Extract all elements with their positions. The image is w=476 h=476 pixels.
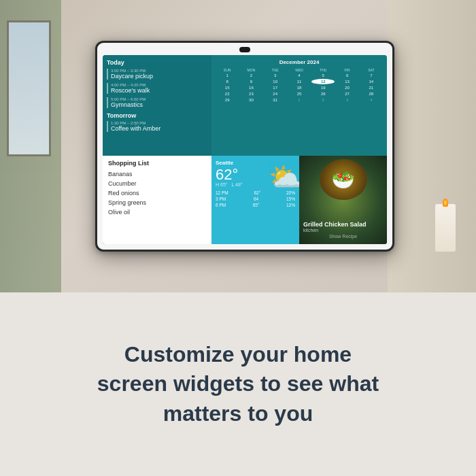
recipe-plate-icon: 🥗	[320, 159, 367, 200]
agenda-event-1: 4:00 PM – 4:20 PM Roscoe's walk	[107, 83, 207, 94]
cal-day: 23	[239, 91, 262, 97]
agenda-event-3: 1:30 PM – 2:50 PM Coffee with Amber	[107, 121, 207, 132]
shopping-widget: Shopping List Bananas Cucumber Red onion…	[103, 156, 211, 244]
screen-grid: Today 3:00 PM – 3:30 PM Daycare pickup 4…	[103, 55, 387, 244]
cloud-icon: ⛅	[269, 161, 299, 193]
agenda-event-0: 3:00 PM – 3:30 PM Daycare pickup	[107, 69, 207, 80]
calendar-widget: December 2024 SUN MON TUE WED THU FRI SA…	[211, 55, 387, 156]
cal-day: 31	[264, 97, 287, 103]
shopping-item-3: Spring greens	[108, 198, 206, 207]
event-0-title: Daycare pickup	[111, 73, 207, 80]
tagline-line2: screen widgets to see what	[97, 371, 379, 396]
cal-day: 20	[335, 85, 358, 90]
forecast-row-1: 3 PM 64 15%	[216, 196, 295, 202]
forecast-precip-1: 15%	[286, 197, 295, 201]
device-camera	[239, 47, 250, 52]
event-3-title: Coffee with Amber	[111, 125, 207, 132]
cal-day-next: 1	[288, 97, 311, 103]
cal-day: 19	[311, 85, 335, 90]
cal-day: 4	[288, 73, 311, 78]
candle-decor	[435, 204, 456, 252]
agenda-event-2: 5:00 PM – 6:00 PM Gymnastics	[107, 97, 207, 108]
top-section: Today 3:00 PM – 3:30 PM Daycare pickup 4…	[0, 0, 476, 292]
cal-header-wed: WED	[288, 68, 311, 72]
cal-day: 5	[311, 73, 335, 78]
recipe-widget: 🥗 Grilled Chicken Salad kitchen Show Rec…	[299, 156, 387, 244]
cal-day: 24	[264, 91, 287, 97]
forecast-temp-2: 65°	[253, 203, 260, 207]
agenda-tomorrow-label: Tomorrow	[107, 112, 207, 119]
bottom-section: Customize your home screen widgets to se…	[0, 292, 476, 476]
cal-day: 28	[360, 91, 383, 97]
cal-day-next: 4	[360, 97, 383, 103]
cal-day: 26	[311, 91, 335, 97]
tagline: Customize your home screen widgets to se…	[97, 340, 379, 428]
forecast-temp-0: 62°	[254, 190, 260, 195]
cal-day-next: 2	[311, 97, 335, 103]
cal-day: 18	[288, 85, 311, 90]
cal-day: 16	[239, 85, 262, 90]
cal-day-today: 12	[311, 79, 335, 84]
calendar-grid: SUN MON TUE WED THU FRI SAT 1 2 3 4 5 6	[216, 68, 383, 103]
cal-day: 3	[264, 73, 287, 78]
recipe-name: Grilled Chicken Salad	[303, 221, 383, 228]
cal-day: 22	[216, 91, 239, 97]
cal-day: 14	[360, 79, 383, 84]
cal-day: 9	[239, 79, 262, 84]
recipe-source: kitchen	[303, 228, 383, 233]
cal-day: 6	[335, 73, 358, 78]
bottom-right-widgets: Seattle ⛅ 62° H 65° L 48° 12 PM 62°	[211, 156, 387, 244]
cal-day-next: 3	[335, 97, 358, 103]
agenda-today-label: Today	[107, 59, 207, 66]
weather-high: H 65°	[216, 182, 228, 187]
weather-low: L 48°	[231, 182, 242, 187]
recipe-cta[interactable]: Show Recipe	[303, 234, 383, 239]
forecast-time-1: 3 PM	[216, 197, 226, 201]
tagline-line3: matters to you	[163, 401, 313, 426]
weather-widget: Seattle ⛅ 62° H 65° L 48° 12 PM 62°	[211, 156, 299, 244]
cal-day: 21	[360, 85, 383, 90]
shopping-item-4: Olive oil	[108, 207, 206, 217]
cal-day: 25	[288, 91, 311, 97]
cal-header-sun: SUN	[216, 68, 239, 72]
forecast-temp-1: 64	[254, 197, 258, 201]
shopping-item-2: Red onions	[108, 188, 206, 198]
cal-header-tue: TUE	[264, 68, 287, 72]
cal-day: 8	[216, 79, 239, 84]
forecast-row-2: 6 PM 65° 12%	[216, 202, 295, 208]
device-screen: Today 3:00 PM – 3:30 PM Daycare pickup 4…	[103, 55, 387, 244]
cal-day: 7	[360, 73, 383, 78]
cal-header-mon: MON	[239, 68, 262, 72]
cal-header-sat: SAT	[360, 68, 383, 72]
cal-header-thu: THU	[311, 68, 335, 72]
cal-day: 17	[264, 85, 287, 90]
cal-day: 13	[335, 79, 358, 84]
forecast-precip-2: 12%	[286, 203, 295, 207]
shopping-title: Shopping List	[108, 160, 206, 167]
candle-flame	[443, 199, 448, 207]
cal-day: 27	[335, 91, 358, 97]
forecast-time-2: 6 PM	[216, 203, 226, 207]
room-right-wall	[388, 0, 476, 292]
window-frame	[7, 20, 51, 156]
event-1-title: Roscoe's walk	[111, 87, 207, 94]
cal-header-fri: FRI	[335, 68, 358, 72]
cal-day: 30	[239, 97, 262, 103]
shopping-item-0: Bananas	[108, 169, 206, 179]
echo-show-device: Today 3:00 PM – 3:30 PM Daycare pickup 4…	[95, 41, 394, 252]
cal-day: 2	[239, 73, 262, 78]
cal-day: 1	[216, 73, 239, 78]
tagline-line1: Customize your home	[124, 342, 352, 367]
cal-day: 29	[216, 97, 239, 103]
room-left-wall	[0, 0, 61, 292]
calendar-title: December 2024	[216, 59, 383, 65]
recipe-info: Grilled Chicken Salad kitchen Show Recip…	[303, 221, 383, 239]
forecast-time-0: 12 PM	[216, 190, 228, 195]
event-2-title: Gymnastics	[111, 101, 207, 108]
cal-day: 11	[288, 79, 311, 84]
cal-day: 10	[264, 79, 287, 84]
agenda-widget: Today 3:00 PM – 3:30 PM Daycare pickup 4…	[103, 55, 211, 156]
cal-day: 15	[216, 85, 239, 90]
shopping-item-1: Cucumber	[108, 179, 206, 188]
